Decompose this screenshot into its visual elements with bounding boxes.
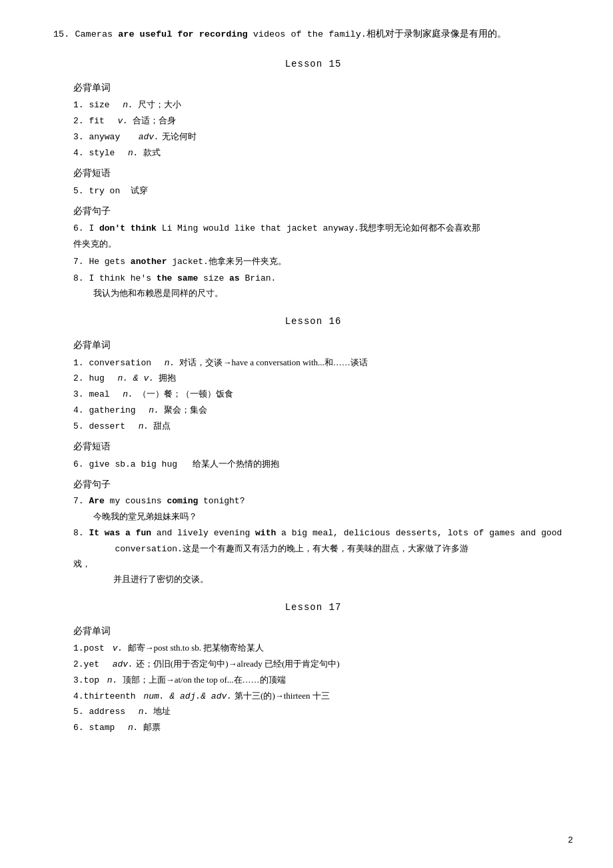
vocab-item-hug: 2. hug n. & v. 拥抱: [73, 371, 573, 387]
lesson15-sentence-label: 必背句子: [73, 203, 573, 219]
lesson-17-block: Lesson 17 必背单词 1. post v. 邮寄→post sth.to…: [53, 599, 573, 736]
sentence-16-7: 7. Are my cousins coming tonight?: [73, 494, 573, 509]
vocab-item-stamp: 6. stamp n. 邮票: [73, 720, 573, 736]
vocab-item-dessert: 5. dessert n. 甜点: [73, 419, 573, 435]
lesson16-sentence-label: 必背句子: [73, 476, 573, 493]
lesson17-vocab-label: 必背单词: [73, 623, 573, 639]
sentence-16-8-cn2: 戏，: [73, 557, 573, 572]
phrase-try-on: 5. try on 试穿: [73, 183, 573, 199]
lesson16-vocab-list: 1. conversation n. 对话，交谈→have a conversa…: [73, 355, 573, 435]
intro-number: 15. Cameras: [53, 29, 118, 39]
sentence-15-6: 6. I don't think Li Ming would like that…: [73, 221, 573, 237]
vocab-item-anyway: 3. anyway adv.无论何时: [73, 129, 573, 145]
intro-cn: 相机对于录制家庭录像是有用的。: [366, 29, 506, 39]
vocab-item-post: 1. post v. 邮寄→post sth.to sb. 把某物寄给某人: [73, 641, 573, 657]
vocab-item-meal: 3. meal n. （一）餐；（一顿）饭食: [73, 387, 573, 403]
vocab-item-gathering: 4. gathering n. 聚会；集会: [73, 403, 573, 419]
lesson15-phrase-label: 必背短语: [73, 165, 573, 181]
vocab-item-style: 4. style n. 款式: [73, 145, 573, 161]
vocab-item-yet: 2. yet adv.还；仍旧(用于否定句中)→already 已经(用于肯定句…: [73, 657, 573, 673]
sentence-16-8: 8. It was a fun and lively evening with …: [73, 526, 573, 541]
sentence-16-8-cn3: 并且进行了密切的交谈。: [113, 572, 573, 587]
sentence-15-6-cont: 件夹克的。: [73, 237, 573, 253]
sentence-16-8-cont: conversation.这是一个有趣而又有活力的晚上，有大餐，有美味的甜点，大…: [73, 541, 573, 557]
page-content: 15. Cameras are useful for recording vid…: [53, 27, 573, 736]
vocab-item-address: 5. address n. 地址: [73, 704, 573, 720]
lesson-15-title: Lesson 15: [53, 56, 573, 73]
intro-line-15: 15. Cameras are useful for recording vid…: [53, 27, 573, 43]
intro-bold: are useful for recording: [118, 29, 247, 39]
lesson16-sentence-list: 7. Are my cousins coming tonight? 今晚我的堂兄…: [73, 494, 573, 587]
sentence-16-7-cn: 今晚我的堂兄弟姐妹来吗？: [93, 509, 573, 525]
phrase-give-hug: 6. give sb.a big hug 给某人一个热情的拥抱: [73, 457, 573, 473]
lesson15-sentence-list: 6. I don't think Li Ming would like that…: [73, 221, 573, 301]
page-number: 2: [568, 833, 573, 848]
vocab-item-conversation: 1. conversation n. 对话，交谈→have a conversa…: [73, 355, 573, 371]
vocab-item-fit: 2. fit v. 合适；合身: [73, 113, 573, 129]
lesson-16-title: Lesson 16: [53, 313, 573, 330]
lesson15-vocab-label: 必背单词: [73, 79, 573, 96]
intro-rest: videos of the family.: [248, 29, 366, 39]
sentence-15-8: 8. I think he's the same size as Brian.: [73, 271, 573, 287]
lesson-16-block: Lesson 16 必背单词 1. conversation n. 对话，交谈→…: [53, 313, 573, 587]
vocab-item-thirteenth: 4. thirteenth num. & adj.& adv.第十三(的)→th…: [73, 689, 573, 705]
vocab-item-size: 1. size n. 尺寸；大小: [73, 97, 573, 113]
lesson-15-block: Lesson 15 必背单词 1. size n. 尺寸；大小 2. fit v…: [53, 56, 573, 301]
lesson15-vocab-list: 1. size n. 尺寸；大小 2. fit v. 合适；合身 3. anyw…: [73, 97, 573, 161]
lesson17-vocab-list: 1. post v. 邮寄→post sth.to sb. 把某物寄给某人 2.…: [73, 641, 573, 736]
lesson15-phrase-list: 5. try on 试穿: [73, 183, 573, 199]
lesson16-phrase-label: 必背短语: [73, 438, 573, 455]
lesson16-phrase-list: 6. give sb.a big hug 给某人一个热情的拥抱: [73, 457, 573, 473]
lesson16-vocab-label: 必背单词: [73, 337, 573, 353]
sentence-15-8-cn: 我认为他和布赖恩是同样的尺寸。: [93, 286, 573, 301]
lesson-17-title: Lesson 17: [53, 599, 573, 616]
vocab-item-top: 3. top n. 顶部；上面→at/on the top of...在……的顶…: [73, 673, 573, 689]
sentence-15-7: 7. He gets another jacket.他拿来另一件夹克。: [73, 254, 573, 270]
